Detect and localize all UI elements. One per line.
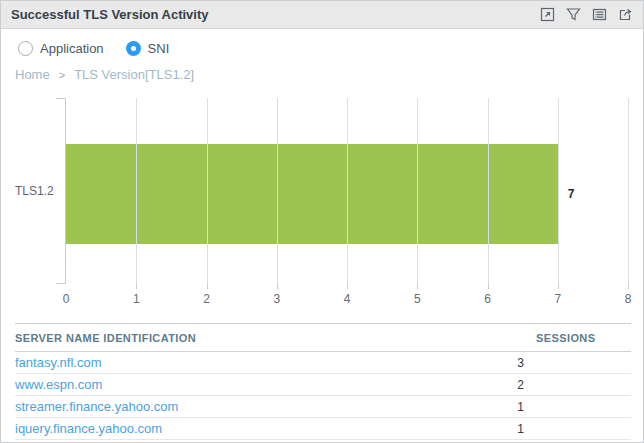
view-toggle: Application SNI	[1, 29, 643, 57]
widget-title: Successful TLS Version Activity	[11, 7, 208, 22]
sni-sessions-table: SERVER NAME IDENTIFICATION SESSIONS fant…	[15, 323, 631, 440]
session-count: 2	[498, 378, 524, 392]
gridline	[417, 98, 418, 284]
table-row: www.espn.com 2	[15, 374, 631, 396]
breadcrumb-separator: >	[59, 69, 65, 81]
axis-tick	[347, 284, 348, 289]
session-bar-track	[530, 401, 631, 412]
axis-tick	[207, 284, 208, 289]
axis-tick	[628, 284, 629, 289]
axis-tick	[277, 284, 278, 289]
gridline	[488, 98, 489, 284]
session-count: 1	[498, 400, 524, 414]
radio-circle-icon[interactable]	[18, 41, 33, 56]
radio-label: Application	[40, 41, 104, 56]
session-bar-track	[530, 423, 631, 434]
header-toolbar	[540, 7, 633, 22]
gridline	[207, 98, 208, 284]
breadcrumb: Home > TLS Version[TLS1.2]	[1, 57, 643, 82]
breadcrumb-current[interactable]: TLS Version[TLS1.2]	[74, 67, 194, 82]
gridline	[558, 98, 559, 284]
axis-tick	[417, 284, 418, 289]
session-bar-track	[530, 357, 631, 368]
x-tick-label: 8	[625, 292, 632, 306]
gridline	[628, 98, 629, 284]
column-header-sessions: SESSIONS	[498, 332, 631, 344]
y-category-label: TLS1.2	[15, 184, 54, 198]
export-icon[interactable]	[618, 7, 633, 22]
gridline	[136, 98, 137, 284]
session-count: 3	[498, 356, 524, 370]
x-tick-label: 2	[203, 292, 210, 306]
sni-link[interactable]: streamer.finance.yahoo.com	[15, 399, 498, 414]
filter-icon[interactable]	[566, 7, 581, 22]
x-tick-label: 1	[133, 292, 140, 306]
column-header-sni: SERVER NAME IDENTIFICATION	[15, 332, 498, 344]
session-bar-track	[530, 379, 631, 390]
breadcrumb-home[interactable]: Home	[15, 67, 50, 82]
axis-tick	[558, 284, 559, 289]
x-tick-label: 3	[273, 292, 280, 306]
table-header-row: SERVER NAME IDENTIFICATION SESSIONS	[15, 324, 631, 352]
table-view-icon[interactable]	[592, 7, 607, 22]
sni-link[interactable]: fantasy.nfl.com	[15, 355, 498, 370]
widget-header: Successful TLS Version Activity	[1, 1, 643, 29]
gridline	[277, 98, 278, 284]
open-new-window-icon[interactable]	[540, 7, 555, 22]
radio-option-sni[interactable]: SNI	[126, 41, 170, 56]
bar-tls[interactable]	[66, 144, 558, 244]
table-row: streamer.finance.yahoo.com 1	[15, 396, 631, 418]
table-row: iquery.finance.yahoo.com 1	[15, 418, 631, 440]
plot-area: 7 012345678	[65, 98, 628, 284]
axis-tick	[488, 284, 489, 289]
sni-link[interactable]: www.espn.com	[15, 377, 498, 392]
tls-activity-widget: Successful TLS Version Activity Applicat…	[0, 0, 644, 443]
x-tick-label: 5	[414, 292, 421, 306]
table-row: fantasy.nfl.com 3	[15, 352, 631, 374]
x-tick-label: 7	[554, 292, 561, 306]
table-body: fantasy.nfl.com 3 www.espn.com 2 streame…	[15, 352, 631, 440]
x-tick-label: 6	[484, 292, 491, 306]
session-count: 1	[498, 422, 524, 436]
sni-link[interactable]: iquery.finance.yahoo.com	[15, 421, 498, 436]
axis-tick	[136, 284, 137, 289]
x-tick-label: 0	[63, 292, 70, 306]
x-tick-label: 4	[344, 292, 351, 306]
gridline	[347, 98, 348, 284]
bar-value-label: 7	[568, 187, 575, 201]
radio-label: SNI	[148, 41, 170, 56]
radio-option-application[interactable]: Application	[18, 41, 104, 56]
radio-circle-icon[interactable]	[126, 41, 141, 56]
